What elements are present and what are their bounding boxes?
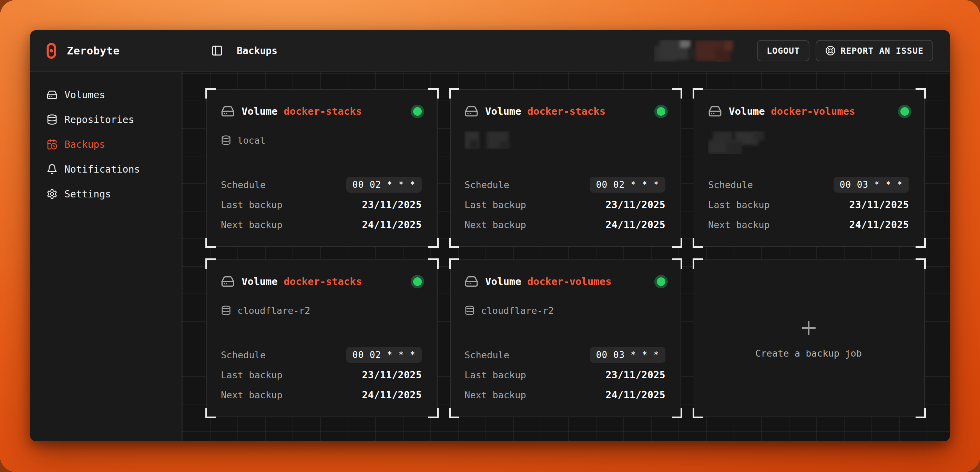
sidebar-toggle-button[interactable] (211, 45, 223, 57)
volume-prefix: Volume (485, 105, 521, 117)
hard-drive-icon (465, 275, 478, 288)
last-backup-label: Last backup (465, 199, 526, 210)
redaction-block (753, 131, 764, 140)
sidebar-item-label: Volumes (64, 89, 105, 101)
redaction-block (727, 141, 742, 154)
corner-bracket (672, 88, 682, 99)
cron-badge: 00 02 * * * (346, 347, 422, 363)
cron-badge: 00 03 * * * (590, 347, 665, 363)
corner-bracket (916, 88, 926, 99)
life-buoy-icon (825, 46, 835, 56)
desktop-background: Zerobyte Backups (0, 0, 980, 472)
database-icon (221, 305, 231, 316)
corner-bracket (449, 88, 459, 99)
hard-drive-icon (221, 275, 235, 288)
database-icon (465, 305, 475, 316)
corner-bracket (428, 258, 439, 269)
report-issue-button[interactable]: REPORT AN ISSUE (816, 40, 933, 61)
volume-name: docker-volumes (527, 276, 611, 287)
next-backup-date: 24/11/2025 (605, 389, 665, 400)
corner-bracket (428, 408, 439, 418)
last-backup-label: Last backup (465, 370, 526, 380)
volume-name: docker-stacks (283, 276, 362, 287)
create-backup-job-label: Create a backup job (755, 348, 862, 359)
last-backup-label: Last backup (221, 370, 283, 380)
volume-prefix: Volume (242, 276, 278, 287)
sidebar-item-repositories[interactable]: Repositories (30, 107, 181, 132)
volume-prefix: Volume (485, 276, 521, 287)
topbar-right: LOGOUT REPORT AN ISSUE (654, 40, 933, 62)
sidebar-item-volumes[interactable]: Volumes (30, 82, 181, 107)
brand: Zerobyte (46, 43, 181, 59)
backup-job-card[interactable]: Volume docker-volumes Schedule (694, 89, 925, 247)
repository-name: local (237, 135, 265, 146)
corner-bracket (693, 408, 703, 418)
status-dot-healthy (657, 277, 665, 286)
volume-prefix: Volume (729, 105, 765, 117)
cron-badge: 00 02 * * * (590, 177, 665, 192)
gear-icon (46, 188, 57, 199)
create-backup-job-card[interactable]: Create a backup job (694, 259, 925, 417)
corner-bracket (449, 408, 459, 418)
next-backup-label: Next backup (221, 219, 283, 230)
corner-bracket (205, 258, 216, 269)
cron-badge: 00 03 * * * (834, 177, 909, 192)
next-backup-date: 24/11/2025 (849, 219, 909, 230)
hard-drive-icon (708, 104, 722, 118)
brand-name: Zerobyte (67, 44, 119, 57)
volume-name: docker-stacks (527, 105, 605, 117)
zerobyte-logo-icon (46, 43, 57, 59)
redacted-repository-name (465, 131, 524, 149)
corner-bracket (916, 238, 926, 248)
topbar: Zerobyte Backups (30, 30, 950, 72)
corner-bracket (672, 258, 682, 269)
schedule-label: Schedule (221, 180, 266, 190)
corner-bracket (205, 238, 216, 248)
page-title: Backups (237, 45, 277, 57)
schedule-label: Schedule (465, 180, 509, 190)
status-dot-healthy (413, 107, 422, 116)
corner-bracket (693, 88, 703, 99)
schedule-label: Schedule (221, 350, 266, 361)
corner-bracket (916, 408, 926, 418)
backup-job-card[interactable]: Volume docker-stacks Schedule00 02 * * * (450, 89, 681, 247)
corner-bracket (449, 238, 459, 248)
last-backup-date: 23/11/2025 (362, 369, 422, 381)
status-dot-healthy (657, 107, 665, 116)
next-backup-date: 24/11/2025 (605, 219, 665, 230)
last-backup-date: 23/11/2025 (362, 199, 422, 210)
plus-icon (799, 318, 818, 338)
redaction-block (469, 140, 478, 149)
sidebar: Volumes Repositories (30, 72, 181, 441)
corner-bracket (205, 408, 216, 418)
sidebar-item-label: Backups (64, 139, 105, 150)
corner-bracket (205, 88, 216, 99)
corner-bracket (672, 238, 682, 248)
next-backup-date: 24/11/2025 (362, 389, 422, 400)
corner-bracket (693, 258, 703, 269)
logout-button[interactable]: LOGOUT (757, 40, 810, 61)
corner-bracket (428, 88, 439, 99)
sidebar-item-settings[interactable]: Settings (30, 181, 181, 207)
redaction-block (723, 40, 733, 51)
sidebar-item-backups[interactable]: Backups (30, 132, 181, 157)
last-backup-label: Last backup (221, 199, 283, 210)
sidebar-item-notifications[interactable]: Notifications (30, 157, 181, 181)
next-backup-date: 24/11/2025 (362, 219, 422, 230)
bell-icon (46, 164, 57, 175)
cron-badge: 00 02 * * * (346, 177, 422, 192)
logout-label: LOGOUT (767, 46, 800, 56)
hard-drive-icon (46, 89, 57, 100)
calendar-clock-icon (46, 139, 57, 150)
report-issue-label: REPORT AN ISSUE (840, 46, 923, 56)
backup-job-card[interactable]: Volume docker-stacks cloudflare-r2 Sched… (207, 259, 438, 417)
backup-job-card[interactable]: Volume docker-stacks local Schedule00 02… (207, 89, 438, 247)
panel-left-icon (211, 45, 223, 57)
corner-bracket (672, 408, 682, 418)
backup-job-card[interactable]: Volume docker-volumes cloudflare-r2 Sche… (450, 259, 681, 417)
database-icon (46, 114, 57, 125)
page-header: Backups (181, 45, 277, 57)
redaction-block (500, 141, 509, 149)
redacted-user-info (654, 40, 751, 62)
repository-name: cloudflare-r2 (237, 305, 310, 316)
